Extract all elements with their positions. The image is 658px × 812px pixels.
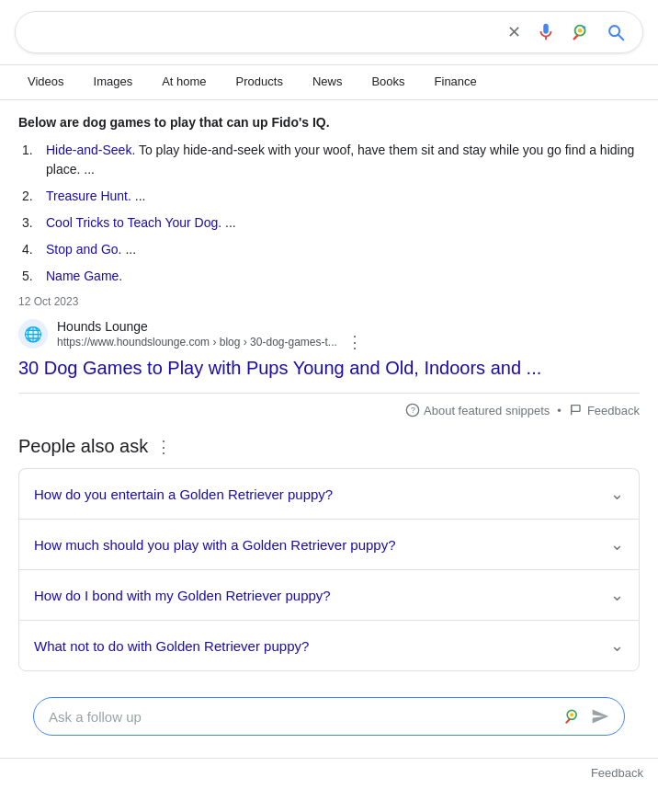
snippet-date: 12 Oct 2023 — [18, 295, 640, 308]
list-item: 3. Cool Tricks to Teach Your Dog. ... — [22, 213, 640, 233]
feedback-link[interactable]: Feedback — [569, 403, 640, 417]
search-bar: how to play with a golden retriever pupp… — [15, 11, 643, 53]
list-text-1: To play hide-and-seek with your woof, ha… — [46, 143, 634, 177]
chevron-down-icon-2: ⌄ — [610, 585, 624, 605]
snippet-title: Below are dog games to play that can up … — [18, 115, 640, 130]
paa-item-2[interactable]: How do I bond with my Golden Retriever p… — [18, 569, 640, 620]
svg-point-9 — [570, 713, 573, 716]
dot-separator: • — [557, 404, 562, 417]
list-num-3: 3. — [22, 213, 40, 233]
source-favicon: 🌐 — [18, 319, 48, 349]
globe-icon: 🌐 — [24, 326, 42, 343]
tab-images[interactable]: Images — [81, 65, 146, 99]
result-link[interactable]: 30 Dog Games to Play with Pups Young and… — [18, 356, 640, 380]
list-link-3[interactable]: Cool Tricks to Teach Your Dog. — [46, 215, 221, 230]
list-item: 1. Hide-and-Seek. To play hide-and-seek … — [22, 141, 640, 179]
snippet-list: 1. Hide-and-Seek. To play hide-and-seek … — [18, 141, 640, 286]
svg-point-1 — [578, 29, 583, 33]
chevron-down-icon-1: ⌄ — [610, 534, 624, 555]
about-snippets-label: About featured snippets — [424, 404, 550, 417]
people-also-ask-section: People also ask ⋮ How do you entertain a… — [18, 436, 640, 671]
bottom-feedback: Feedback — [0, 759, 658, 795]
lens-button[interactable] — [569, 20, 593, 44]
send-icon — [591, 707, 609, 726]
followup-send-button[interactable] — [591, 707, 609, 726]
list-num-4: 4. — [22, 240, 40, 259]
source-info: Hounds Lounge https://www.houndslounge.c… — [57, 319, 367, 350]
clear-button[interactable]: ✕ — [505, 20, 523, 44]
source-row: 🌐 Hounds Lounge https://www.houndslounge… — [18, 319, 640, 350]
tab-books[interactable]: Books — [358, 65, 417, 99]
question-circle-icon: ? — [405, 403, 420, 417]
paa-item-3[interactable]: What not to do with Golden Retriever pup… — [18, 620, 640, 671]
source-kebab-button[interactable]: ⋮ — [343, 334, 367, 350]
search-bar-wrapper: how to play with a golden retriever pupp… — [0, 0, 658, 65]
list-link-5[interactable]: Name Game. — [46, 269, 122, 283]
search-icons: ✕ — [505, 20, 628, 44]
voice-search-button[interactable] — [534, 20, 558, 44]
feedback-label: Feedback — [587, 404, 640, 417]
list-item-3-text: Cool Tricks to Teach Your Dog. ... — [46, 213, 236, 233]
list-text-3: ... — [225, 215, 236, 230]
followup-wrapper — [18, 690, 640, 743]
svg-text:?: ? — [411, 406, 415, 415]
paa-title: People also ask — [18, 436, 148, 457]
tab-videos[interactable]: Videos — [15, 65, 77, 99]
svg-rect-6 — [572, 406, 580, 412]
search-input[interactable]: how to play with a golden retriever pupp… — [30, 24, 505, 40]
paa-item-0[interactable]: How do you entertain a Golden Retriever … — [18, 468, 640, 519]
list-num-1: 1. — [22, 141, 40, 179]
followup-icons — [563, 707, 609, 726]
list-item-5-text: Name Game. — [46, 267, 122, 286]
paa-item-1[interactable]: How much should you play with a Golden R… — [18, 519, 640, 569]
list-item-4-text: Stop and Go. ... — [46, 240, 136, 259]
source-url-text: https://www.houndslounge.com › blog › 30… — [57, 336, 337, 349]
list-link-4[interactable]: Stop and Go. — [46, 242, 122, 257]
svg-line-3 — [618, 35, 624, 40]
list-item: 4. Stop and Go. ... — [22, 240, 640, 259]
chevron-down-icon-3: ⌄ — [610, 635, 624, 656]
list-item: 5. Name Game. — [22, 267, 640, 286]
paa-question-3: What not to do with Golden Retriever pup… — [34, 638, 309, 654]
list-item-2-text: Treasure Hunt. ... — [46, 187, 145, 206]
list-num-5: 5. — [22, 267, 40, 286]
featured-snippet: Below are dog games to play that can up … — [18, 115, 640, 417]
list-item: 2. Treasure Hunt. ... — [22, 187, 640, 206]
flag-icon — [569, 403, 584, 417]
list-item-1-text: Hide-and-Seek. To play hide-and-seek wit… — [46, 141, 640, 179]
followup-lens-icon — [563, 707, 582, 726]
paa-header: People also ask ⋮ — [18, 436, 640, 457]
paa-kebab-button[interactable]: ⋮ — [155, 437, 172, 457]
tab-news[interactable]: News — [300, 65, 356, 99]
close-icon: ✕ — [507, 22, 521, 42]
search-icon — [606, 22, 626, 42]
tab-products[interactable]: Products — [223, 65, 296, 99]
main-content: Below are dog games to play that can up … — [0, 100, 658, 758]
list-num-2: 2. — [22, 187, 40, 206]
tab-at-home[interactable]: At home — [149, 65, 219, 99]
source-name: Hounds Lounge — [57, 319, 367, 334]
chevron-down-icon-0: ⌄ — [610, 484, 624, 504]
about-snippets-row: ? About featured snippets • Feedback — [18, 393, 640, 417]
followup-lens-button[interactable] — [563, 707, 582, 726]
paa-question-0: How do you entertain a Golden Retriever … — [34, 486, 333, 502]
tabs-nav: Videos Images At home Products News Book… — [0, 65, 658, 100]
about-snippets-link[interactable]: ? About featured snippets — [405, 403, 550, 417]
tab-finance[interactable]: Finance — [422, 65, 490, 99]
paa-question-2: How do I bond with my Golden Retriever p… — [34, 588, 331, 603]
source-url: https://www.houndslounge.com › blog › 30… — [57, 334, 367, 350]
bottom-feedback-link[interactable]: Feedback — [591, 766, 643, 780]
list-text-4: ... — [125, 242, 136, 257]
paa-question-1: How much should you play with a Golden R… — [34, 537, 396, 553]
list-link-1[interactable]: Hide-and-Seek. — [46, 143, 135, 157]
followup-input[interactable] — [49, 709, 554, 725]
list-link-2[interactable]: Treasure Hunt. — [46, 189, 131, 203]
followup-box — [33, 697, 625, 736]
lens-icon — [571, 22, 591, 42]
list-text-2: ... — [135, 189, 146, 203]
search-button[interactable] — [604, 20, 628, 44]
mic-icon — [536, 22, 556, 42]
